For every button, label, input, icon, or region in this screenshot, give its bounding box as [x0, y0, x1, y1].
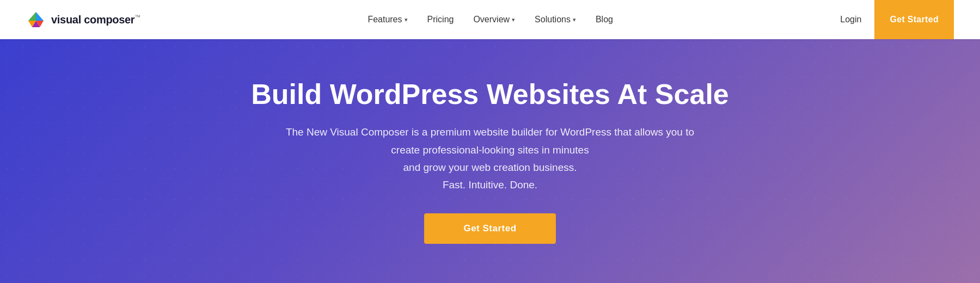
hero-subtitle: The New Visual Composer is a premium web…: [278, 124, 702, 194]
nav-right: Login Get Started: [840, 0, 954, 39]
nav-links: Features ▾ Pricing Overview ▾ Solutions …: [367, 15, 613, 24]
pricing-link[interactable]: Pricing: [427, 15, 454, 24]
features-link[interactable]: Features ▾: [367, 15, 407, 24]
navbar: visual composer™ Features ▾ Pricing Over…: [0, 0, 980, 39]
blog-link[interactable]: Blog: [596, 15, 613, 24]
nav-item-pricing[interactable]: Pricing: [427, 15, 454, 24]
chevron-down-icon: ▾: [573, 16, 576, 23]
hero-section: Build WordPress Websites At Scale The Ne…: [0, 39, 980, 283]
hero-cta-button[interactable]: Get Started: [424, 213, 555, 244]
nav-item-blog[interactable]: Blog: [596, 15, 613, 24]
nav-item-overview[interactable]: Overview ▾: [473, 15, 515, 24]
overview-link[interactable]: Overview ▾: [473, 15, 515, 24]
chevron-down-icon: ▾: [512, 16, 515, 23]
logo-icon: [26, 10, 46, 29]
nav-item-features[interactable]: Features ▾: [367, 15, 407, 24]
get-started-button-nav[interactable]: Get Started: [874, 0, 954, 39]
nav-item-solutions[interactable]: Solutions ▾: [535, 15, 576, 24]
svg-marker-1: [36, 12, 44, 21]
solutions-link[interactable]: Solutions ▾: [535, 15, 576, 24]
svg-marker-0: [28, 12, 36, 21]
brand-name: visual composer™: [51, 14, 140, 26]
logo[interactable]: visual composer™: [26, 10, 140, 29]
login-link[interactable]: Login: [840, 15, 861, 24]
chevron-down-icon: ▾: [405, 16, 408, 23]
hero-title: Build WordPress Websites At Scale: [251, 78, 729, 111]
